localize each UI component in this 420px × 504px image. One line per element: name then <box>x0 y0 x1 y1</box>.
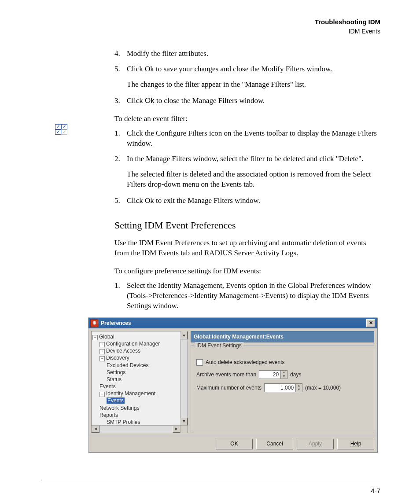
archive-days-spinner[interactable]: 20 ▲▼ <box>259 370 287 379</box>
auto-delete-label: Auto delete acknowledged events <box>206 359 284 366</box>
step-number: 3. <box>114 96 127 106</box>
step-text: Modify the filter attributes. <box>127 49 380 59</box>
step-number: 1. <box>114 129 127 149</box>
tree-item[interactable]: SMTP Profiles <box>92 419 180 426</box>
scroll-right-icon[interactable]: ► <box>173 426 181 433</box>
page-number: 4-7 <box>371 487 380 494</box>
step-item: 4. Modify the filter attributes. <box>114 49 380 59</box>
step-number: 4. <box>114 49 127 59</box>
tree-item[interactable]: −Identity Management <box>92 390 180 397</box>
tree-item[interactable]: Network Settings <box>92 405 180 412</box>
step-item: 2. In the Manage Filters window, select … <box>114 154 380 164</box>
configure-filters-icon: ✓✓ ✓✓ <box>55 124 68 134</box>
auto-delete-checkbox[interactable] <box>196 359 203 366</box>
tree-item-selected[interactable]: Events <box>92 397 180 404</box>
tree-pane: −Global +Configuration Manager +Device A… <box>91 331 188 433</box>
step-number: 1. <box>114 281 127 311</box>
step-text: Click Ok to save your changes and close … <box>127 64 380 74</box>
configure-intro: To configure preference settings for IDM… <box>114 266 380 276</box>
help-button[interactable]: Help <box>337 439 374 449</box>
header-title: Troubleshooting IDM <box>40 18 380 26</box>
step-text: Click Ok to exit the Manage Filters wind… <box>127 196 380 206</box>
close-button[interactable]: ✕ <box>366 319 375 327</box>
archive-label: Archive events more than <box>196 371 256 378</box>
tree-view[interactable]: −Global +Configuration Manager +Device A… <box>92 331 181 426</box>
step-number: 5. <box>114 64 127 74</box>
collapse-icon[interactable]: − <box>92 335 98 340</box>
step-item: 1. Select the Identity Management, Event… <box>114 281 380 311</box>
step-number: 5. <box>114 196 127 206</box>
panel-title: Global:Identity Management:Events <box>191 331 374 342</box>
archive-unit: days <box>290 371 301 378</box>
scroll-left-icon[interactable]: ◄ <box>92 426 99 433</box>
ok-button[interactable]: OK <box>216 439 253 449</box>
max-events-value[interactable]: 1,000 <box>265 384 295 392</box>
collapse-icon[interactable]: − <box>99 392 105 397</box>
step-item: 5. Click Ok to save your changes and clo… <box>114 64 380 74</box>
tree-item[interactable]: +Device Access <box>92 347 180 354</box>
step-item: 5. Click Ok to exit the Manage Filters w… <box>114 196 380 206</box>
archive-days-value[interactable]: 20 <box>259 371 280 379</box>
tree-item[interactable]: Excluded Devices <box>92 362 180 369</box>
tree-item[interactable]: Reports <box>92 412 180 419</box>
spin-down-icon[interactable]: ▼ <box>296 388 302 392</box>
step-text: Select the Identity Management, Events o… <box>127 281 380 311</box>
spin-up-icon[interactable]: ▲ <box>281 371 287 375</box>
section-heading: Setting IDM Event Preferences <box>114 219 380 232</box>
tree-item[interactable]: Status <box>92 376 180 383</box>
dialog-titlebar[interactable]: ⊕ Preferences ✕ <box>88 318 377 328</box>
dialog-title: Preferences <box>101 320 131 327</box>
tree-item[interactable]: −Discovery <box>92 354 180 361</box>
idm-event-settings-group: IDM Event Settings Auto delete acknowled… <box>191 345 374 433</box>
step-result: The selected filter is deleted and the a… <box>127 169 380 190</box>
preferences-dialog: ⊕ Preferences ✕ −Global +Configuration M… <box>88 317 377 452</box>
vertical-scrollbar[interactable]: ▲ ▼ <box>180 331 188 426</box>
expand-icon[interactable]: + <box>99 342 105 347</box>
scroll-up-icon[interactable]: ▲ <box>181 331 188 339</box>
expand-icon[interactable]: + <box>99 349 105 354</box>
app-icon: ⊕ <box>90 319 98 327</box>
step-item: 3. Click Ok to close the Manage Filters … <box>114 96 380 106</box>
max-events-suffix: (max = 10,000) <box>305 384 341 391</box>
step-result: The changes to the filter appear in the … <box>127 80 380 90</box>
section-intro: Use the IDM Event Preferences to set up … <box>114 238 380 258</box>
step-text: Click Ok to close the Manage Filters win… <box>127 96 380 106</box>
step-text: Click the Configure Filters icon on the … <box>127 129 380 149</box>
step-item: 1. Click the Configure Filters icon on t… <box>114 129 380 149</box>
scrollbar-corner <box>180 425 188 433</box>
cancel-button[interactable]: Cancel <box>256 439 293 449</box>
delete-intro: To delete an event filter: <box>114 114 380 124</box>
header-subtitle: IDM Events <box>40 27 380 36</box>
tree-item[interactable]: +Configuration Manager <box>92 340 180 347</box>
max-events-spinner[interactable]: 1,000 ▲▼ <box>264 383 302 392</box>
max-events-label: Maximum number of events <box>196 384 262 391</box>
tree-item[interactable]: Events <box>92 383 180 390</box>
step-number: 2. <box>114 154 127 164</box>
tree-item[interactable]: Settings <box>92 369 180 376</box>
spin-down-icon[interactable]: ▼ <box>281 375 287 379</box>
collapse-icon[interactable]: − <box>99 356 105 361</box>
spin-up-icon[interactable]: ▲ <box>296 384 302 388</box>
tree-item-global[interactable]: −Global <box>92 333 180 340</box>
apply-button[interactable]: Apply <box>297 439 334 449</box>
scroll-down-icon[interactable]: ▼ <box>181 418 188 426</box>
horizontal-scrollbar[interactable]: ◄ ► <box>92 425 181 433</box>
step-text: In the Manage Filters window, select the… <box>127 154 380 164</box>
groupbox-legend: IDM Event Settings <box>195 342 243 349</box>
